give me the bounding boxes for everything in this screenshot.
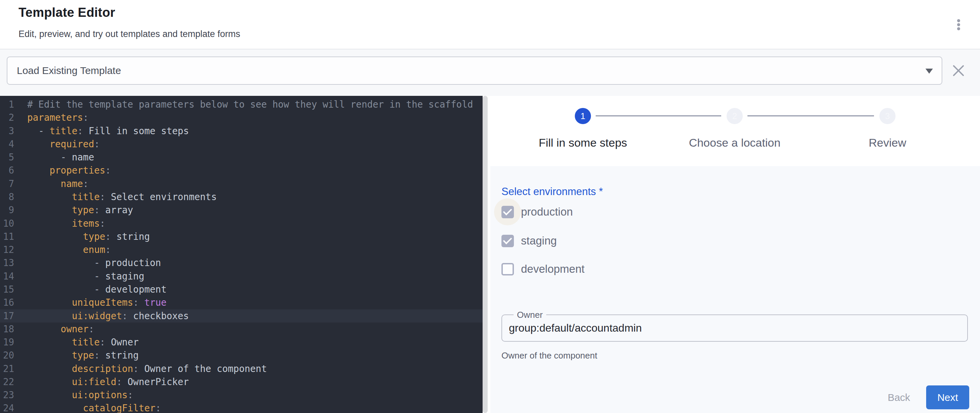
kebab-menu-icon	[957, 27, 960, 30]
code-line[interactable]: 13 - production	[0, 256, 483, 269]
load-template-toolbar: Load Existing Template	[0, 49, 980, 96]
code-line[interactable]: 1# Edit the template parameters below to…	[0, 98, 483, 111]
code-line[interactable]: 4 required:	[0, 138, 483, 151]
line-number: 9	[0, 203, 14, 217]
code-line[interactable]: 15 - development	[0, 283, 483, 296]
select-environments-label: Select environments *	[501, 186, 603, 198]
code-editor[interactable]: 1# Edit the template parameters below to…	[0, 96, 483, 413]
code-line[interactable]: 16 uniqueItems: true	[0, 296, 483, 309]
line-number: 3	[0, 124, 14, 138]
line-number: 6	[0, 164, 14, 177]
code-line[interactable]: 6 properties:	[0, 164, 483, 177]
code-line[interactable]: 14 - staging	[0, 270, 483, 283]
editor-scrollbar[interactable]	[483, 96, 488, 413]
page-subtitle: Edit, preview, and try out templates and…	[19, 29, 240, 39]
code-text: - name	[27, 151, 94, 164]
close-button[interactable]	[951, 63, 966, 78]
line-number: 1	[0, 98, 14, 111]
code-line[interactable]: 8 title: Select environments	[0, 191, 483, 203]
line-number: 11	[0, 230, 14, 243]
checkbox-label: development	[521, 263, 585, 275]
step-connector	[748, 115, 874, 116]
line-number: 14	[0, 270, 14, 283]
code-text: # Edit the template parameters below to …	[27, 98, 473, 111]
load-existing-template-select[interactable]: Load Existing Template	[7, 57, 942, 85]
code-text: type: string	[27, 230, 150, 243]
code-text: required:	[27, 138, 100, 151]
checkbox-row: development	[501, 261, 585, 277]
step-label: Fill in some steps	[512, 136, 654, 149]
code-text: parameters:	[27, 111, 89, 124]
checkbox-row: staging	[501, 233, 557, 249]
code-text: title: Select environments	[27, 191, 217, 203]
line-number: 19	[0, 336, 14, 349]
step-label: Review	[817, 136, 958, 149]
next-button[interactable]: Next	[926, 385, 969, 409]
line-number: 22	[0, 375, 14, 388]
code-text: description: Owner of the component	[27, 362, 267, 375]
code-line[interactable]: 24 catalogFilter:	[0, 402, 483, 413]
code-line[interactable]: 21 description: Owner of the component	[0, 362, 483, 375]
step-circle: 3	[880, 108, 896, 124]
checkbox-label: staging	[521, 234, 557, 247]
stepper: 1Fill in some steps2Choose a location3Re…	[488, 96, 980, 166]
code-line[interactable]: 3 - title: Fill in some steps	[0, 124, 483, 138]
line-number: 13	[0, 256, 14, 269]
line-number: 20	[0, 349, 14, 362]
back-button[interactable]: Back	[880, 385, 917, 409]
line-number: 23	[0, 388, 14, 402]
code-text: catalogFilter:	[27, 402, 161, 413]
preview-panel: 1Fill in some steps2Choose a location3Re…	[488, 96, 980, 413]
code-line[interactable]: 9 type: array	[0, 203, 483, 217]
required-asterisk: *	[599, 186, 603, 197]
step-label: Choose a location	[664, 136, 805, 149]
code-text: items:	[27, 217, 105, 230]
code-line[interactable]: 23 ui:options:	[0, 388, 483, 402]
kebab-menu-button[interactable]	[949, 13, 968, 36]
code-line[interactable]: 20 type: string	[0, 349, 483, 362]
owner-input[interactable]	[509, 322, 956, 334]
checkbox-label: production	[521, 205, 573, 218]
code-text: - development	[27, 283, 167, 296]
line-number: 12	[0, 243, 14, 256]
line-number: 17	[0, 310, 14, 322]
code-text: enum:	[27, 243, 111, 256]
code-text: ui:options:	[27, 388, 133, 402]
code-line[interactable]: 18 owner:	[0, 322, 483, 336]
line-number: 15	[0, 283, 14, 296]
line-number: 24	[0, 402, 14, 413]
code-text: - production	[27, 256, 161, 269]
owner-field: Owner	[501, 310, 968, 342]
code-text: type: array	[27, 203, 133, 217]
line-number: 4	[0, 138, 14, 151]
checkbox-checked-icon[interactable]	[501, 235, 514, 247]
code-text: uniqueItems: true	[27, 296, 167, 309]
code-text: name:	[27, 177, 89, 191]
line-number: 18	[0, 322, 14, 336]
step-circle: 1	[575, 108, 591, 124]
code-text: ui:field: OwnerPicker	[27, 375, 189, 388]
code-line[interactable]: 22 ui:field: OwnerPicker	[0, 375, 483, 388]
code-line[interactable]: 12 enum:	[0, 243, 483, 256]
code-line[interactable]: 5 - name	[0, 151, 483, 164]
checkbox-checked-icon[interactable]	[501, 206, 514, 218]
code-line[interactable]: 17 ui:widget: checkboxes	[0, 310, 483, 322]
checkbox-row: production	[501, 204, 573, 220]
checkbox-unchecked-icon[interactable]	[501, 263, 514, 275]
header: Template Editor Edit, preview, and try o…	[0, 0, 980, 49]
code-line[interactable]: 11 type: string	[0, 230, 483, 243]
code-text: owner:	[27, 322, 94, 336]
code-text: - staging	[27, 270, 145, 283]
kebab-menu-icon	[957, 19, 960, 22]
code-line[interactable]: 19 title: Owner	[0, 336, 483, 349]
owner-helper-text: Owner of the component	[501, 351, 597, 361]
page-title: Template Editor	[19, 5, 115, 20]
code-text: properties:	[27, 164, 111, 177]
kebab-menu-icon	[957, 23, 960, 26]
code-line[interactable]: 7 name:	[0, 177, 483, 191]
line-number: 8	[0, 191, 14, 203]
code-line[interactable]: 2parameters:	[0, 111, 483, 124]
code-line[interactable]: 10 items:	[0, 217, 483, 230]
select-placeholder: Load Existing Template	[17, 65, 121, 76]
step-connector	[596, 115, 721, 116]
